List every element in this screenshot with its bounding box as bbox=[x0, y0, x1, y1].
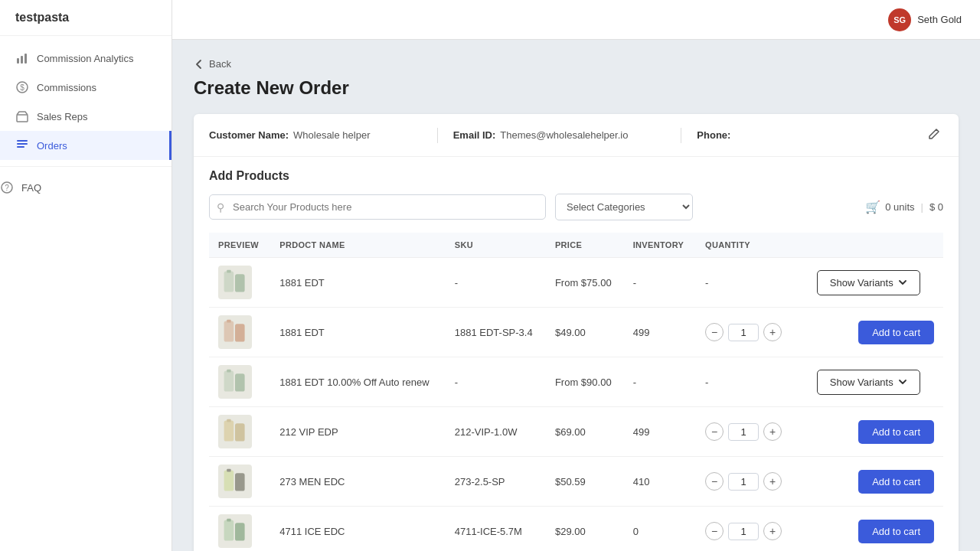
svg-rect-13 bbox=[227, 270, 230, 273]
product-inventory-cell: 410 bbox=[624, 457, 696, 507]
avatar: SG bbox=[888, 8, 911, 31]
product-image bbox=[218, 514, 252, 548]
table-header-row: PREVIEW PRDOCT NAME SKU PRICE INVENTORY … bbox=[209, 233, 943, 258]
edit-icon bbox=[928, 128, 940, 140]
table-row: 1881 EDT1881 EDT-SP-3.4$49.00499 − + Add… bbox=[209, 308, 943, 357]
sidebar-item-faq[interactable]: ? FAQ bbox=[0, 173, 172, 202]
cart-amount: $ 0 bbox=[929, 201, 943, 213]
svg-text:?: ? bbox=[5, 184, 9, 192]
svg-text:$: $ bbox=[20, 83, 24, 92]
edit-customer-button[interactable] bbox=[925, 125, 943, 145]
add-to-cart-button[interactable]: Add to cart bbox=[858, 470, 934, 494]
user-info: SG Seth Gold bbox=[888, 8, 962, 31]
show-variants-button[interactable]: Show Variants bbox=[817, 270, 920, 295]
dollar-icon: $ bbox=[15, 80, 29, 94]
product-preview-cell bbox=[209, 258, 270, 308]
back-link[interactable]: Back bbox=[194, 58, 959, 70]
cart-divider: | bbox=[921, 201, 923, 213]
col-inventory: INVENTORY bbox=[624, 233, 696, 258]
svg-rect-11 bbox=[224, 272, 234, 292]
product-quantity-cell: − + bbox=[696, 507, 808, 552]
store-icon bbox=[15, 109, 29, 123]
svg-rect-21 bbox=[235, 423, 245, 441]
qty-decrease-button[interactable]: − bbox=[705, 422, 724, 441]
sidebar-item-orders[interactable]: Orders bbox=[0, 131, 172, 160]
col-price: PRICE bbox=[546, 233, 624, 258]
qty-decrease-button[interactable]: − bbox=[705, 522, 724, 540]
product-name-cell: 273 MEN EDC bbox=[270, 457, 446, 507]
sidebar-item-sales-reps[interactable]: Sales Reps bbox=[0, 102, 172, 131]
product-image bbox=[218, 315, 252, 349]
svg-rect-28 bbox=[227, 519, 230, 522]
qty-decrease-button[interactable]: − bbox=[705, 472, 724, 491]
page-content: Back Create New Order Customer Name: Who… bbox=[172, 40, 980, 551]
qty-increase-button[interactable]: + bbox=[763, 323, 782, 341]
table-row: 1881 EDT 10.00% Off Auto renew-From $90.… bbox=[209, 357, 943, 407]
topbar: SG Seth Gold bbox=[172, 0, 980, 40]
sidebar-item-commission-analytics[interactable]: Commission Analytics bbox=[0, 44, 172, 73]
table-row: 273 MEN EDC273-2.5-SP$50.59410 − + Add t… bbox=[209, 457, 943, 507]
customer-bar: Customer Name: Wholesale helper Email ID… bbox=[194, 114, 959, 157]
col-action bbox=[808, 233, 943, 258]
qty-stepper: − + bbox=[705, 522, 799, 540]
product-preview-cell bbox=[209, 407, 270, 457]
customer-phone-label: Phone: bbox=[697, 129, 730, 141]
sidebar: testpasta Commission Analytics $ Commiss… bbox=[0, 0, 172, 551]
qty-increase-button[interactable]: + bbox=[763, 522, 782, 540]
product-price-cell: $49.00 bbox=[546, 308, 624, 357]
category-select[interactable]: Select Categories bbox=[555, 194, 693, 220]
product-name-cell: 212 VIP EDP bbox=[270, 407, 446, 457]
product-inventory-cell: 499 bbox=[624, 308, 696, 357]
product-preview-cell bbox=[209, 308, 270, 357]
product-sku-cell: 1881 EDT-SP-3.4 bbox=[446, 308, 546, 357]
table-row: 212 VIP EDP212-VIP-1.0W$69.00499 − + Add… bbox=[209, 407, 943, 457]
svg-rect-15 bbox=[235, 324, 245, 341]
svg-rect-22 bbox=[227, 419, 230, 422]
product-name-cell: 1881 EDT bbox=[270, 308, 446, 357]
search-input[interactable] bbox=[209, 194, 546, 220]
qty-input[interactable] bbox=[728, 324, 759, 341]
product-action-cell: Add to cart bbox=[808, 507, 943, 552]
svg-rect-7 bbox=[17, 143, 28, 145]
product-price-cell: $50.59 bbox=[546, 457, 624, 507]
table-row: 4711 ICE EDC4711-ICE-5.7M$29.000 − + Add… bbox=[209, 507, 943, 552]
product-quantity-cell: - bbox=[696, 258, 808, 308]
qty-input[interactable] bbox=[728, 423, 759, 441]
svg-rect-8 bbox=[17, 146, 24, 148]
add-to-cart-button[interactable]: Add to cart bbox=[858, 520, 934, 543]
svg-rect-2 bbox=[24, 54, 27, 64]
back-label: Back bbox=[209, 58, 231, 70]
product-preview-cell bbox=[209, 357, 270, 407]
sidebar-label-orders: Orders bbox=[37, 140, 67, 152]
qty-input[interactable] bbox=[728, 523, 759, 540]
product-sku-cell: - bbox=[446, 357, 546, 407]
customer-name-field: Customer Name: Wholesale helper bbox=[209, 129, 437, 141]
svg-rect-1 bbox=[21, 56, 23, 64]
product-quantity-cell: − + bbox=[696, 308, 808, 357]
product-image bbox=[218, 266, 252, 299]
customer-email-value: Themes@wholesalehelper.io bbox=[500, 129, 628, 141]
svg-rect-18 bbox=[235, 373, 245, 391]
qty-decrease-button[interactable]: − bbox=[705, 323, 724, 341]
back-arrow-icon bbox=[194, 59, 204, 70]
customer-name-label: Customer Name: bbox=[209, 129, 289, 141]
product-inventory-cell: 0 bbox=[624, 507, 696, 552]
show-variants-button[interactable]: Show Variants bbox=[817, 370, 920, 395]
qty-increase-button[interactable]: + bbox=[763, 422, 782, 441]
add-to-cart-button[interactable]: Add to cart bbox=[858, 420, 934, 444]
col-quantity: QUANTITY bbox=[696, 233, 808, 258]
product-table-body: 1881 EDT-From $75.00-- Show Variants 188… bbox=[209, 258, 943, 552]
svg-rect-12 bbox=[235, 274, 245, 292]
cart-icon: 🛒 bbox=[865, 200, 880, 214]
field-separator-2 bbox=[681, 128, 681, 143]
qty-input[interactable] bbox=[728, 473, 759, 491]
product-action-cell: Add to cart bbox=[808, 407, 943, 457]
qty-increase-button[interactable]: + bbox=[763, 472, 782, 491]
col-preview: PREVIEW bbox=[209, 233, 270, 258]
sidebar-label-commissions: Commissions bbox=[37, 82, 96, 93]
orders-icon bbox=[15, 139, 29, 152]
product-action-cell: Show Variants bbox=[808, 258, 943, 308]
svg-rect-23 bbox=[224, 471, 234, 491]
add-to-cart-button[interactable]: Add to cart bbox=[858, 321, 934, 344]
sidebar-item-commissions[interactable]: $ Commissions bbox=[0, 73, 172, 102]
